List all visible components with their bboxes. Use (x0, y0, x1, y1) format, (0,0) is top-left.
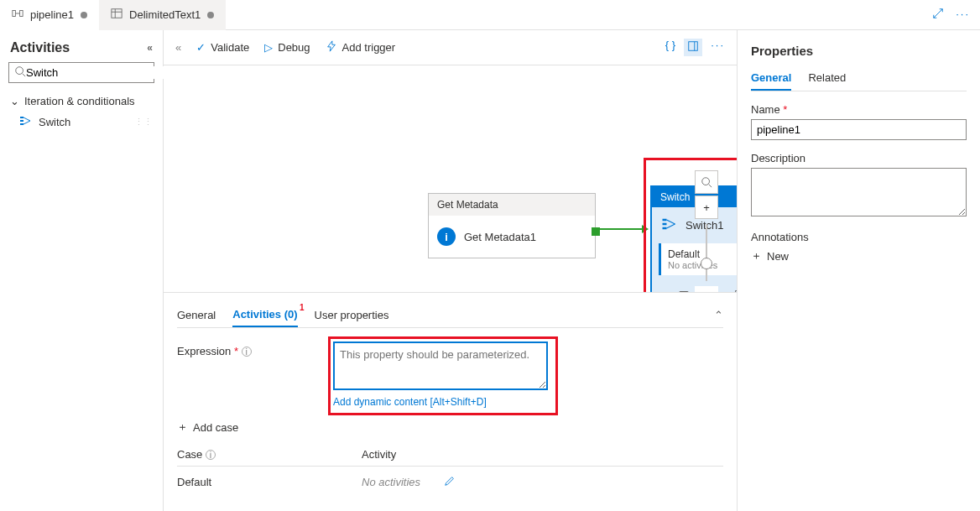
pipeline-icon (12, 8, 23, 22)
add-case-label: Add case (193, 421, 238, 434)
props-tab-general[interactable]: General (751, 66, 791, 91)
tab-label: Activities (0) (232, 308, 297, 321)
tab-pipeline[interactable]: pipeline1 (0, 0, 99, 30)
highlight-box (328, 336, 558, 415)
case-row-default: Default No activities (177, 466, 723, 498)
editor-tabs: pipeline1 DelimitedText1 ··· (0, 0, 980, 30)
svg-line-19 (667, 220, 675, 224)
get-metadata-node[interactable]: Get Metadata i Get Metadata1 (428, 193, 596, 258)
connection-line (600, 221, 650, 237)
plus-icon: ＋ (177, 420, 188, 435)
cases-table-header: Case i Activity (177, 443, 723, 466)
check-icon: ✓ (196, 41, 206, 54)
group-iteration[interactable]: ⌄ Iteration & conditionals (5, 91, 158, 111)
back-button[interactable]: « (175, 41, 181, 54)
code-view-icon[interactable]: { } (665, 39, 675, 56)
add-trigger-button[interactable]: Add trigger (326, 40, 396, 55)
zoom-fit-button[interactable] (695, 170, 718, 194)
node-title: Get Metadata1 (464, 231, 536, 243)
add-case-button[interactable]: ＋ Add case (177, 416, 723, 443)
search-field[interactable] (26, 66, 167, 79)
info-icon[interactable]: i (242, 347, 252, 357)
unsaved-dot-icon (81, 12, 87, 18)
switch-icon (18, 114, 32, 130)
collapse-panel-icon[interactable]: ⌃ (714, 309, 723, 321)
delete-icon[interactable] (678, 289, 690, 292)
plus-icon: ＋ (751, 248, 762, 263)
tab-general[interactable]: General (177, 304, 216, 326)
sidebar-title: Activities (10, 40, 70, 55)
name-input[interactable] (751, 119, 967, 140)
validate-label: Validate (211, 41, 249, 54)
debug-button[interactable]: ▷ Debug (264, 41, 310, 54)
dataset-icon (111, 8, 122, 22)
tab-delimited[interactable]: DelimitedText1 (99, 0, 226, 30)
activities-sidebar: Activities « ⌄ Iteration & conditionals … (0, 30, 164, 511)
debug-label: Debug (278, 41, 310, 54)
info-icon[interactable]: i (206, 450, 216, 460)
annotations-label: Annotations (751, 231, 967, 243)
more-icon[interactable]: ··· (956, 8, 970, 22)
svg-line-26 (709, 185, 712, 188)
panel-title: Properties (751, 39, 967, 66)
add-trigger-label: Add trigger (342, 41, 396, 54)
props-tab-related[interactable]: Related (808, 66, 846, 91)
switch-node[interactable]: Switch Switch1 Default No activities { } (650, 185, 737, 292)
svg-line-7 (23, 74, 26, 77)
new-annotation-button[interactable]: ＋ New (751, 248, 967, 263)
search-input[interactable] (8, 62, 154, 83)
more-icon[interactable]: ··· (711, 39, 725, 56)
name-label: Name * (751, 103, 967, 116)
svg-line-11 (23, 117, 30, 121)
svg-line-12 (23, 121, 30, 124)
svg-point-6 (16, 67, 23, 75)
chevron-down-icon: ⌄ (10, 95, 19, 107)
description-input[interactable] (751, 168, 967, 216)
zoom-controls: + − (695, 170, 718, 292)
zoom-out-button[interactable]: − (695, 286, 718, 292)
unsaved-dot-icon (207, 12, 214, 18)
sidebar-item-label: Switch (39, 116, 70, 128)
info-icon: i (437, 227, 456, 246)
svg-rect-13 (689, 42, 698, 51)
bolt-icon (326, 40, 337, 55)
svg-rect-3 (112, 9, 122, 18)
svg-point-25 (702, 178, 710, 185)
edit-icon[interactable] (444, 475, 456, 489)
expand-icon[interactable] (932, 8, 944, 22)
svg-rect-0 (13, 11, 16, 17)
case-name: Default (177, 476, 362, 488)
zoom-thumb[interactable] (701, 258, 712, 269)
expression-label: Expression * i (177, 342, 320, 357)
tab-label: DelimitedText1 (129, 8, 201, 21)
new-label: New (767, 250, 789, 263)
group-label: Iteration & conditionals (24, 95, 135, 107)
activity-properties: General Activities (0) 1 User properties… (164, 292, 737, 511)
error-badge: 1 (300, 303, 305, 312)
sidebar-item-switch[interactable]: Switch ⋮⋮ (5, 111, 158, 133)
zoom-in-button[interactable]: + (695, 196, 718, 219)
svg-rect-23 (736, 291, 737, 292)
activity-value: No activities (362, 476, 420, 488)
svg-line-20 (667, 224, 675, 228)
switch-icon (660, 216, 677, 235)
pipeline-toolbar: « ✓ Validate ▷ Debug Add trigger { } ··· (164, 30, 737, 65)
tab-activities[interactable]: Activities (0) 1 (232, 303, 297, 327)
collapse-sidebar-icon[interactable]: « (147, 42, 153, 54)
search-icon (14, 65, 26, 80)
play-icon: ▷ (264, 41, 273, 54)
copy-icon[interactable] (733, 289, 737, 292)
description-label: Description (751, 152, 967, 164)
node-header: Get Metadata (429, 194, 595, 216)
validate-button[interactable]: ✓ Validate (196, 41, 249, 54)
svg-rect-1 (20, 11, 23, 17)
drag-handle-icon: ⋮⋮ (134, 117, 153, 128)
pipeline-canvas[interactable]: Get Metadata i Get Metadata1 Switch Swit… (164, 65, 737, 292)
tab-label: pipeline1 (30, 8, 74, 21)
properties-panel: Properties General Related Name * Descri… (737, 30, 980, 511)
tab-userprops[interactable]: User properties (315, 304, 389, 326)
zoom-slider[interactable] (706, 224, 707, 281)
output-port[interactable] (592, 227, 600, 236)
properties-toggle-icon[interactable] (684, 39, 702, 56)
